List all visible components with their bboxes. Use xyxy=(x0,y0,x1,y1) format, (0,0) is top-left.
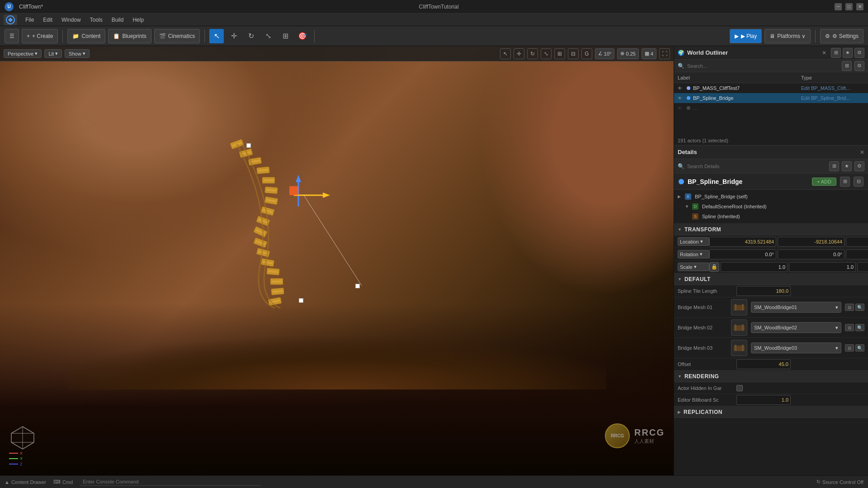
transform-section-header[interactable]: ▼ TRANSFORM xyxy=(674,224,868,235)
scale-type-selector[interactable]: Scale ▾ xyxy=(678,263,709,271)
bridge-mesh-01-search[interactable]: 🔍 xyxy=(855,304,864,311)
menu-edit[interactable]: Edit xyxy=(39,16,56,24)
cinematics-button[interactable]: 🎬 Cinematics xyxy=(154,29,200,43)
menu-window[interactable]: Window xyxy=(58,16,85,24)
cmd-button[interactable]: ⌨ Cmd xyxy=(53,479,73,485)
bridge-mesh-02-selector[interactable]: SM_WoodBridge02 ▾ xyxy=(751,322,841,333)
hamburger-button[interactable]: ☰ xyxy=(5,29,19,43)
play-button[interactable]: ▶ ▶ Play xyxy=(730,29,762,43)
billboard-input[interactable] xyxy=(736,395,791,405)
main-toolbar: ☰ + + Create 📁 Content 📋 Blueprints 🎬 Ci… xyxy=(0,26,868,46)
scale-x-field[interactable] xyxy=(721,262,788,272)
translate-mode-button[interactable]: ✛ xyxy=(226,29,241,43)
bridge-mesh-02-search[interactable]: 🔍 xyxy=(855,324,864,331)
visibility-icon-1: 👁 xyxy=(678,86,685,91)
close-button[interactable]: ✕ xyxy=(856,3,863,10)
rot-y-field[interactable] xyxy=(778,249,844,259)
scale-lock-icon[interactable]: 🔒 xyxy=(709,262,719,272)
tree-row-inherited[interactable]: ▼ D DefaultSceneRoot (Inherited) xyxy=(674,202,868,211)
rotate-mode-button[interactable]: ↻ xyxy=(244,29,258,43)
outliner-options-3[interactable]: ⚙ xyxy=(854,48,864,58)
outliner-row-extra[interactable]: 👁 ... xyxy=(674,103,868,113)
rotate-icon[interactable]: ↻ xyxy=(527,48,538,59)
tree-row-self[interactable]: ▶ B BP_Spline_Bridge (self) xyxy=(674,192,868,202)
location-type-selector[interactable]: Location ▾ xyxy=(678,237,709,246)
outliner-options-2[interactable]: ★ xyxy=(843,48,853,58)
location-fields xyxy=(709,237,868,247)
tree-row-spline[interactable]: S Spline (Inherited) xyxy=(674,211,868,221)
bridge-mesh-01-locate[interactable]: ⊙ xyxy=(845,304,854,311)
maximize-button[interactable]: □ xyxy=(845,3,853,10)
content-drawer-button[interactable]: ▲ Content Drawer xyxy=(5,479,46,485)
rotation-row: Rotation ▾ ↺ xyxy=(674,248,868,261)
outliner-row-clifftest[interactable]: 👁 BP_MASS_CliffTest7 Edit BP_MASS_Clift.… xyxy=(674,83,868,93)
menu-tools[interactable]: Tools xyxy=(86,16,106,24)
minimize-button[interactable]: ─ xyxy=(835,3,842,10)
default-section-header[interactable]: ▼ DEFAULT xyxy=(674,273,868,285)
realtime-icon[interactable]: G xyxy=(581,48,592,59)
viewport[interactable]: RRCG 人人素材 RRCG 人人素材 RRCG X xyxy=(0,46,674,475)
replication-expand-icon: ▶ xyxy=(678,410,681,414)
scale-icon[interactable]: ⤡ xyxy=(541,48,552,59)
translate-icon[interactable]: ✛ xyxy=(514,48,524,59)
perspective-button[interactable]: Perspective ▾ xyxy=(4,49,42,58)
settings-button[interactable]: ⚙ ⚙ Settings xyxy=(820,29,863,43)
cursor-icon[interactable]: ↖ xyxy=(500,48,511,59)
outliner-settings-button[interactable]: ⚙ xyxy=(854,61,864,71)
details-close-button[interactable]: ✕ xyxy=(860,149,864,155)
bridge-mesh-03-search[interactable]: 🔍 xyxy=(855,344,864,352)
source-control-button[interactable]: ↻ Source Control Off xyxy=(816,479,863,485)
details-grid-button[interactable]: ⊞ xyxy=(829,161,839,171)
scale-z-field[interactable] xyxy=(857,262,868,272)
spline-tile-input[interactable] xyxy=(736,286,791,296)
bridge-mesh-03-locate[interactable]: ⊙ xyxy=(845,344,854,352)
details-action-1[interactable]: ⊞ xyxy=(840,177,850,187)
loc-y-field[interactable] xyxy=(778,237,844,247)
snap-mode-button[interactable]: 🎯 xyxy=(295,29,310,43)
show-button[interactable]: Show ▾ xyxy=(65,49,90,58)
menu-file[interactable]: File xyxy=(22,16,38,24)
scale-y-field[interactable] xyxy=(789,262,856,272)
bridge-mesh-03-selector[interactable]: SM_WoodBridge03 ▾ xyxy=(751,343,841,353)
toolbar-separator-4 xyxy=(815,30,816,42)
content-button[interactable]: 📁 Content xyxy=(67,29,105,43)
loc-z-field[interactable] xyxy=(846,237,868,247)
details-settings-button[interactable]: ⚙ xyxy=(854,161,864,171)
bridge-mesh-01-selector[interactable]: SM_WoodBridge01 ▾ xyxy=(751,302,841,313)
rendering-section-header[interactable]: ▼ RENDERING xyxy=(674,371,868,382)
outliner-close-button[interactable]: ✕ xyxy=(822,50,826,56)
add-component-button[interactable]: + ADD xyxy=(812,178,836,186)
transform-mode-button[interactable]: ⊞ xyxy=(278,29,292,43)
console-input[interactable] xyxy=(80,478,261,486)
outliner-row-bridge[interactable]: 👁 BP_Spline_Bridge Edit BP_Spline_Brid..… xyxy=(674,93,868,103)
viewport-expand-icon[interactable]: ⛶ xyxy=(659,48,670,59)
platforms-button[interactable]: 🖥 Platforms ∨ xyxy=(764,29,811,43)
offset-input[interactable] xyxy=(736,359,791,369)
app-statusbar: ▲ Content Drawer ⌨ Cmd ↻ Source Control … xyxy=(0,475,868,488)
scale-mode-button[interactable]: ⤡ xyxy=(261,29,275,43)
lit-button[interactable]: Lit ▾ xyxy=(44,49,62,58)
menu-help[interactable]: Help xyxy=(129,16,147,24)
bridge-mesh-02-locate[interactable]: ⊙ xyxy=(845,324,854,331)
loc-x-field[interactable] xyxy=(709,237,776,247)
blueprints-button[interactable]: 📋 Blueprints xyxy=(108,29,151,43)
grid-snap-icon[interactable]: ⊞ xyxy=(554,48,565,59)
details-star-button[interactable]: ★ xyxy=(842,161,852,171)
bridge-mesh-03-label: Bridge Mesh 03 xyxy=(678,345,727,351)
replication-section-header[interactable]: ▶ REPLICATION xyxy=(674,406,868,418)
rotation-type-selector[interactable]: Rotation ▾ xyxy=(678,250,709,258)
menu-build[interactable]: Build xyxy=(108,16,127,24)
outliner-options-1[interactable]: ⊞ xyxy=(831,48,841,58)
create-button[interactable]: + + Create xyxy=(22,29,58,43)
details-search-input[interactable] xyxy=(687,164,826,169)
scale-icon: ⊕ xyxy=(620,51,624,56)
rot-z-field[interactable] xyxy=(846,249,868,259)
viewport-background: RRCG 人人素材 RRCG 人人素材 RRCG X xyxy=(0,46,674,475)
actor-hidden-checkbox[interactable] xyxy=(736,385,743,391)
details-action-2[interactable]: ⊟ xyxy=(854,177,863,187)
rot-x-field[interactable] xyxy=(709,249,776,259)
select-mode-button[interactable]: ↖ xyxy=(209,29,224,43)
outliner-filter-button[interactable]: ⊞ xyxy=(842,61,852,71)
surface-snap-icon[interactable]: ⊟ xyxy=(568,48,579,59)
outliner-search-input[interactable] xyxy=(687,63,839,69)
